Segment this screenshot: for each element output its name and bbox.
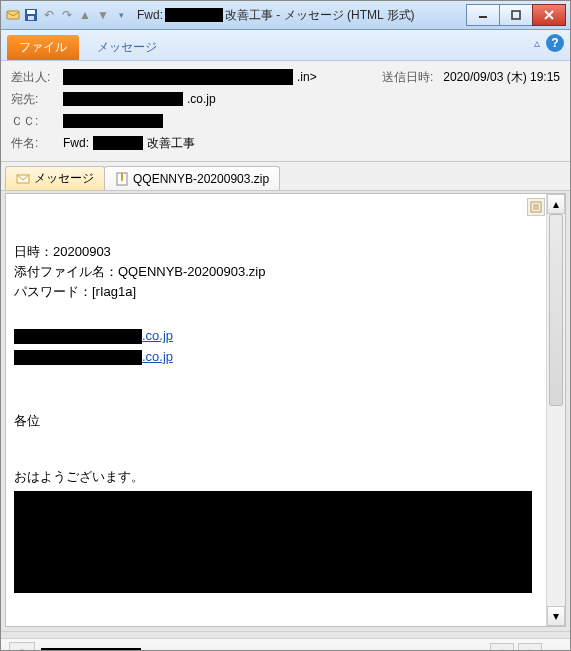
body-line-attachment: 添付ファイル名：QQENNYB-20200903.zip: [14, 262, 539, 282]
envelope-icon: [16, 172, 30, 186]
people-expand-icon[interactable]: ⌃: [546, 647, 562, 651]
from-suffix: .in>: [297, 70, 317, 84]
body-line-datetime: 日時：20200903: [14, 242, 539, 262]
scroll-thumb[interactable]: [549, 214, 563, 406]
title-redacted: [165, 8, 223, 22]
undo-icon[interactable]: ↶: [41, 7, 57, 23]
subject-label: 件名:: [11, 135, 63, 152]
people-name-redacted: [41, 648, 141, 652]
app-icon: [5, 7, 21, 23]
quick-access-toolbar: ↶ ↷ ▲ ▼ ▾: [5, 7, 129, 23]
minimize-button[interactable]: [466, 4, 500, 26]
save-icon[interactable]: [23, 7, 39, 23]
avatar-icon[interactable]: [9, 642, 35, 651]
svg-rect-0: [7, 11, 19, 19]
help-icon[interactable]: ?: [546, 34, 564, 52]
from-label: 差出人:: [11, 69, 63, 86]
title-suffix: 改善工事 - メッセージ (HTML 形式): [225, 7, 415, 24]
tab-attachment[interactable]: QQENNYB-20200903.zip: [104, 166, 280, 190]
qat-dropdown-icon[interactable]: ▾: [113, 7, 129, 23]
link2-redacted: [14, 350, 142, 365]
scroll-up-icon[interactable]: ▴: [547, 194, 565, 214]
from-redacted: [63, 69, 293, 85]
content-tabs: メッセージ QQENNYB-20200903.zip: [1, 162, 570, 191]
body-redacted-block: [14, 491, 532, 593]
window-buttons: [467, 4, 566, 26]
people-pane: .co.jp ⌃: [1, 639, 570, 651]
title-prefix: Fwd:: [137, 8, 163, 22]
title-bar: ↶ ↷ ▲ ▼ ▾ Fwd: 改善工事 - メッセージ (HTML 形式): [1, 1, 570, 30]
tab-attachment-label: QQENNYB-20200903.zip: [133, 172, 269, 186]
message-body-container: 日時：20200903 添付ファイル名：QQENNYB-20200903.zip…: [5, 193, 566, 627]
scroll-down-icon[interactable]: ▾: [547, 606, 565, 626]
tab-message[interactable]: メッセージ: [5, 166, 105, 190]
svg-rect-3: [28, 16, 34, 20]
file-tab[interactable]: ファイル: [7, 35, 79, 60]
ribbon: ファイル メッセージ ▵ ?: [1, 30, 570, 61]
pane-separator[interactable]: [1, 631, 570, 639]
avatar-small-1[interactable]: [490, 643, 514, 651]
vertical-scrollbar[interactable]: ▴ ▾: [546, 194, 565, 626]
body-line-greeting: おはようございます。: [14, 467, 539, 487]
sent-value: 2020/09/03 (木) 19:15: [443, 69, 560, 86]
tab-message-label: メッセージ: [34, 170, 94, 187]
svg-rect-2: [27, 10, 35, 14]
scroll-track[interactable]: [547, 214, 565, 606]
redo-icon[interactable]: ↷: [59, 7, 75, 23]
cc-label: ＣＣ:: [11, 113, 63, 130]
message-tab[interactable]: メッセージ: [91, 35, 163, 60]
window-title: Fwd: 改善工事 - メッセージ (HTML 形式): [129, 7, 467, 24]
ribbon-min-icon[interactable]: ▵: [534, 36, 540, 50]
message-header: 差出人: .in> 送信日時: 2020/09/03 (木) 19:15 宛先:…: [1, 61, 570, 162]
subject-prefix: Fwd:: [63, 136, 89, 150]
link-2[interactable]: .co.jp: [142, 347, 173, 367]
to-label: 宛先:: [11, 91, 63, 108]
next-icon[interactable]: ▼: [95, 7, 111, 23]
subject-redacted: [93, 136, 143, 150]
maximize-button[interactable]: [499, 4, 533, 26]
subject-suffix: 改善工事: [147, 135, 195, 152]
message-body: 日時：20200903 添付ファイル名：QQENNYB-20200903.zip…: [6, 194, 547, 626]
close-button[interactable]: [532, 4, 566, 26]
sent-label: 送信日時:: [382, 69, 433, 86]
body-line-password: パスワード：[rIag1a]: [14, 282, 539, 302]
zip-icon: [115, 172, 129, 186]
cc-redacted: [63, 114, 163, 128]
previous-icon[interactable]: ▲: [77, 7, 93, 23]
body-line-salutation: 各位: [14, 411, 539, 431]
svg-rect-5: [512, 11, 520, 19]
link1-redacted: [14, 329, 142, 344]
to-redacted: [63, 92, 183, 106]
avatar-small-2[interactable]: [518, 643, 542, 651]
link-1[interactable]: .co.jp: [142, 326, 173, 346]
to-suffix: .co.jp: [187, 92, 216, 106]
svg-rect-8: [121, 173, 123, 181]
